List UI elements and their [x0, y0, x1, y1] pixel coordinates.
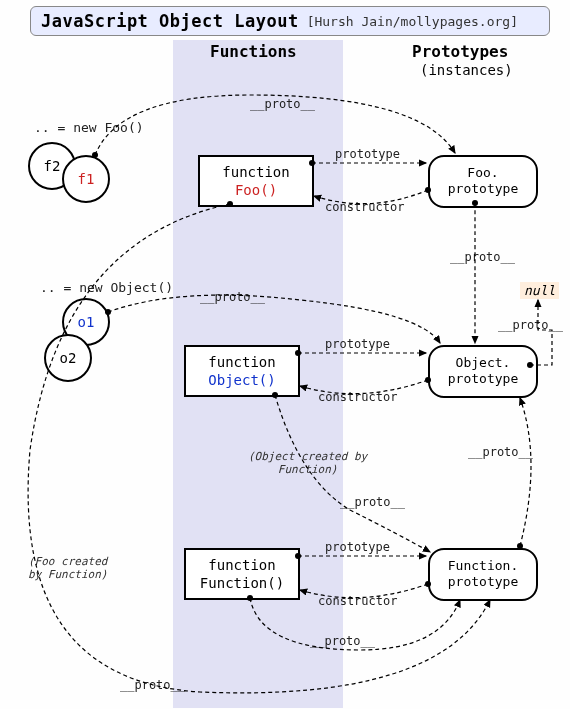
- object-prototype-box: Object. prototype: [428, 345, 538, 398]
- function-foo-box: function Foo(): [198, 155, 314, 207]
- label-proto-foo-obj: __proto__: [450, 250, 515, 264]
- function-kw: function: [186, 556, 298, 574]
- object-name: Object(): [186, 371, 298, 389]
- label-prototype-obj: prototype: [325, 337, 390, 351]
- col-functions: Functions: [210, 42, 297, 61]
- label-prototype-fn: prototype: [325, 540, 390, 554]
- page-credit: [Hursh Jain/mollypages.org]: [307, 14, 518, 29]
- label-proto-fp-op: __proto__: [468, 445, 533, 459]
- label-proto-o1: __proto__: [200, 290, 265, 304]
- function-name: Function(): [186, 574, 298, 592]
- page-title: JavaScript Object Layout: [41, 11, 299, 31]
- object-kw: function: [186, 353, 298, 371]
- label-constructor-obj: constructor: [318, 390, 397, 404]
- instance-f1: f1: [62, 155, 110, 203]
- label-proto-obj-fn: __proto__: [340, 495, 405, 509]
- label-constructor-fn: constructor: [318, 594, 397, 608]
- label-constructor-foo: constructor: [325, 200, 404, 214]
- label-proto-foo-fn: __proto__: [120, 678, 185, 692]
- function-function-box: function Function(): [184, 548, 300, 600]
- new-object-label: .. = new Object(): [40, 280, 173, 295]
- col-prototypes: Prototypes: [412, 42, 508, 61]
- note-object-created: (Object created by Function): [248, 450, 367, 476]
- header-bar: JavaScript Object Layout [Hursh Jain/mol…: [30, 6, 550, 36]
- label-proto-1: __proto__: [250, 97, 315, 111]
- label-prototype-foo: prototype: [335, 147, 400, 161]
- label-proto-null: __proto__: [498, 318, 563, 332]
- foo-kw: function: [200, 163, 312, 181]
- col-prototypes-sub: (instances): [420, 62, 513, 78]
- instance-o2: o2: [44, 334, 92, 382]
- new-foo-label: .. = new Foo(): [34, 120, 144, 135]
- note-foo-created: (Foo created by Function): [28, 555, 107, 581]
- function-prototype-box: Function. prototype: [428, 548, 538, 601]
- null-box: null: [520, 282, 559, 299]
- foo-prototype-box: Foo. prototype: [428, 155, 538, 208]
- function-object-box: function Object(): [184, 345, 300, 397]
- label-proto-fn-self: __proto__: [310, 634, 375, 648]
- foo-name: Foo(): [200, 181, 312, 199]
